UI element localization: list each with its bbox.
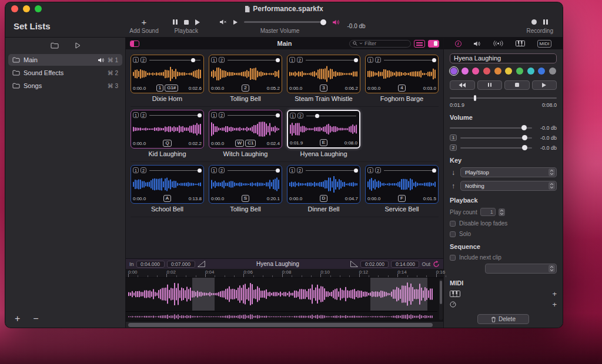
sidebar-item-main[interactable]: Main⌘ 1 [8,54,122,66]
sound-tile[interactable]: 120:00.040:03.0 [365,55,439,93]
tile-progress-slider[interactable] [149,112,200,118]
sound-tile[interactable]: 120:00.0Q0:02.2 [131,110,204,149]
tile-progress-slider[interactable] [149,167,200,173]
layer-2-button[interactable]: 2 [297,167,303,173]
layer-1-button[interactable]: 1 [211,57,217,63]
tile-progress-slider[interactable] [384,57,435,63]
layer-1-button[interactable]: 1 [133,167,139,173]
sound-tile[interactable]: 120:00.0S0:20.1 [209,165,282,204]
delete-button[interactable]: Delete [477,314,529,324]
clip-stop-button[interactable] [504,80,530,90]
in-time-field[interactable] [136,261,165,268]
record-button[interactable] [531,19,537,25]
color-swatch-4[interactable] [494,68,501,75]
layer-2-button[interactable]: 2 [219,167,225,173]
tile-progress-slider[interactable] [306,113,356,119]
stop-button[interactable] [184,20,189,25]
remove-setlist-button[interactable]: − [33,314,38,324]
include-next-clip-checkbox[interactable] [450,255,456,261]
tile-progress-slider[interactable] [228,57,279,63]
color-swatch-2[interactable] [472,68,479,75]
layer-1-button[interactable]: 1 [211,112,217,118]
timeline-ruler[interactable]: 0:000:020:040:060:080:100:120:140:16 [126,269,443,278]
solo-checkbox[interactable] [450,231,456,237]
color-swatch-0[interactable] [450,68,457,75]
layer-2-button[interactable]: 2 [375,57,381,63]
clip-play-button[interactable] [532,80,557,90]
color-swatch-7[interactable] [527,68,534,75]
add-midi-key-button[interactable]: + [552,291,557,297]
play-button[interactable] [195,19,200,25]
clip-name-field[interactable] [450,53,557,63]
sound-tile[interactable]: 120:00.030:06.2 [287,55,360,93]
color-swatch-1[interactable] [461,68,469,75]
master-volume-slider[interactable] [244,19,326,26]
tab-audio-icon[interactable] [474,41,481,46]
tile-progress-slider[interactable] [306,167,357,173]
layer-1-button[interactable]: 1 [211,167,217,173]
sound-tile[interactable]: 120:01.9E0:08.0 [287,110,360,149]
layer-2-button[interactable]: 2 [141,112,146,118]
tab-broadcast-icon[interactable] [493,41,503,46]
fade-out-icon[interactable] [350,261,358,267]
sound-tile[interactable]: 120:00.0WC10:02.4 [209,110,282,149]
sidebar-item-songs[interactable]: Songs⌘ 3 [8,80,122,92]
sidebar-item-sound-effects[interactable]: Sound Effects⌘ 2 [8,67,122,79]
sound-tile[interactable]: 120:00.01G1#0:02.6 [131,55,204,93]
fade-in-icon[interactable] [198,261,205,267]
position-slider[interactable] [450,95,557,100]
tile-progress-slider[interactable] [228,112,279,118]
key-up-action-select[interactable]: Nothing [460,181,557,191]
tab-info-icon[interactable]: i [455,41,461,47]
add-setlist-button[interactable]: + [15,314,20,324]
sidebar-toggle-icon[interactable] [130,41,139,47]
play-setlist-icon[interactable] [75,42,81,49]
list-view-button[interactable] [414,40,425,48]
volume-layer-badge-1[interactable]: 1 [450,134,457,141]
waveform-view[interactable] [126,278,443,321]
layer-1-button[interactable]: 1 [290,113,296,119]
out-time-field[interactable] [391,261,419,268]
loop-reset-icon[interactable] [433,261,440,268]
play-count-value[interactable]: 1 [480,208,496,216]
layer-1-button[interactable]: 1 [367,167,373,173]
layer-1-button[interactable]: 1 [133,57,139,63]
filter-input[interactable] [364,41,407,46]
pause-button[interactable] [173,19,178,25]
sequence-clip-select[interactable] [485,264,557,274]
layer-2-button[interactable]: 2 [297,57,303,63]
layer-2-button[interactable]: 2 [219,112,225,118]
tile-progress-slider[interactable] [384,167,435,173]
play-count-stepper[interactable] [499,208,505,216]
color-swatch-8[interactable] [538,68,545,75]
volume-layer-badge-2[interactable]: 2 [450,144,457,151]
fade-in-time-field[interactable] [167,261,195,268]
horizontal-scrollbar[interactable] [126,321,443,328]
volume-slider[interactable] [450,124,532,131]
tile-progress-slider[interactable] [149,57,200,63]
add-sound-button[interactable]: + [142,19,147,26]
close-window-button[interactable] [11,5,18,12]
layer-2-button[interactable]: 2 [141,57,146,63]
editor-view-button[interactable] [428,40,439,48]
color-swatch-9[interactable] [549,68,556,75]
layer-1-button[interactable]: 1 [133,112,139,118]
layer-2-button[interactable]: 2 [219,57,225,63]
tile-progress-slider[interactable] [306,57,357,63]
color-swatch-5[interactable] [505,68,512,75]
tab-keyboard-icon[interactable] [516,41,525,46]
add-midi-controller-button[interactable]: + [552,302,557,308]
sound-tile[interactable]: 120:00.020:05.2 [209,55,282,93]
volume-slider[interactable] [460,134,532,141]
disable-loop-fades-checkbox[interactable] [450,221,456,227]
vertical-scrollbar[interactable] [439,279,443,320]
zoom-window-button[interactable] [35,5,42,12]
layer-1-button[interactable]: 1 [289,57,295,63]
layer-2-button[interactable]: 2 [375,167,381,173]
speaker-mute-icon[interactable] [220,19,227,25]
layer-2-button[interactable]: 2 [297,113,303,119]
color-swatch-3[interactable] [483,68,490,75]
record-pause-button[interactable] [543,19,548,25]
volume-slider[interactable] [460,144,532,151]
new-folder-icon[interactable] [51,42,59,49]
